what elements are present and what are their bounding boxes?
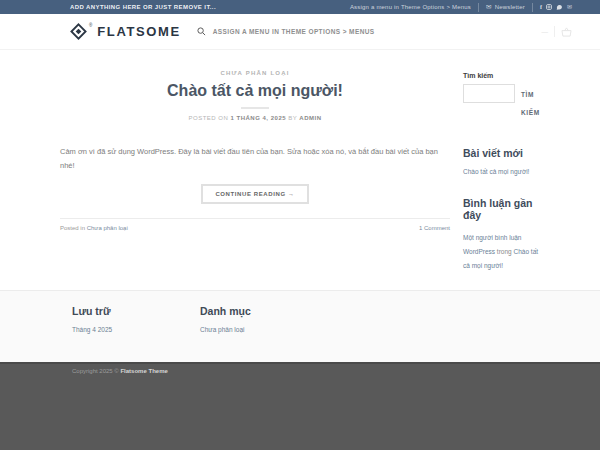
post-article: CHƯA PHÂN LOẠI Chào tất cả mọi người! PO… bbox=[60, 70, 450, 290]
header-nav: ASSIGN A MENU IN THEME OPTIONS > MENUS bbox=[197, 27, 375, 36]
twitter-icon[interactable] bbox=[556, 4, 563, 10]
basket-icon[interactable] bbox=[561, 27, 572, 37]
recent-comment-item: Một người bình luận WordPress trong Chào… bbox=[463, 231, 545, 273]
meta-by: BY bbox=[288, 115, 297, 121]
archives-widget: Lưu trữ Tháng 4 2025 bbox=[72, 305, 200, 362]
recent-posts-heading: Bài viết mới bbox=[463, 147, 545, 159]
comment-connector: trong bbox=[497, 248, 512, 255]
header-divider bbox=[554, 26, 555, 37]
facebook-icon[interactable]: f bbox=[540, 4, 542, 10]
search-submit-button[interactable]: TÌM KIẾM bbox=[521, 86, 545, 121]
post-meta: POSTED ON 1 THÁNG 4, 2025 BY ADMIN bbox=[60, 115, 450, 121]
recent-post-link[interactable]: Chào tất cả mọi người! bbox=[463, 167, 545, 177]
social-icons: f ✉ bbox=[540, 4, 572, 10]
topbar: ADD ANYTHING HERE OR JUST REMOVE IT... A… bbox=[0, 0, 600, 14]
meta-posted-on: POSTED ON bbox=[189, 115, 229, 121]
post-category-link[interactable]: CHƯA PHÂN LOẠI bbox=[60, 70, 450, 76]
absolute-footer: Copyright 2025 © Flatsome Theme bbox=[0, 362, 600, 450]
topbar-right: Assign a menu in Theme Options > Menus ✉… bbox=[350, 3, 572, 12]
cart-total: — bbox=[542, 28, 549, 35]
posted-in-category-link[interactable]: Chưa phân loại bbox=[87, 225, 128, 231]
envelope-icon: ✉ bbox=[486, 4, 492, 11]
posted-in-label: Posted in bbox=[60, 225, 85, 231]
title-divider bbox=[241, 107, 269, 109]
recent-comments-heading: Bình luận gần đây bbox=[463, 197, 545, 221]
copyright: Copyright 2025 © Flatsome Theme bbox=[72, 368, 545, 374]
posted-in: Posted in Chưa phân loại bbox=[60, 225, 128, 231]
search-form: TÌM KIẾM bbox=[463, 84, 545, 121]
newsletter-link[interactable]: ✉Newsletter bbox=[486, 4, 525, 11]
search-widget-label: Tìm kiếm bbox=[463, 72, 545, 79]
nav-menu-hint-link[interactable]: ASSIGN A MENU IN THEME OPTIONS > MENUS bbox=[213, 28, 375, 35]
footer-widgets: Lưu trữ Tháng 4 2025 Danh mục Chưa phân … bbox=[0, 290, 600, 362]
topbar-divider bbox=[478, 3, 479, 12]
sidebar: Tìm kiếm TÌM KIẾM Bài viết mới Chào tất … bbox=[463, 70, 545, 290]
page: ADD ANYTHING HERE OR JUST REMOVE IT... A… bbox=[0, 0, 600, 450]
copyright-brand: Flatsome Theme bbox=[120, 368, 167, 374]
instagram-icon[interactable] bbox=[546, 4, 552, 10]
email-icon[interactable]: ✉ bbox=[567, 4, 572, 10]
search-icon[interactable] bbox=[197, 27, 206, 36]
meta-author[interactable]: ADMIN bbox=[299, 115, 321, 121]
meta-date: 1 THÁNG 4, 2025 bbox=[231, 115, 287, 121]
newsletter-label: Newsletter bbox=[495, 4, 525, 10]
topbar-divider bbox=[532, 3, 533, 12]
category-link[interactable]: Chưa phân loại bbox=[200, 326, 328, 333]
logo[interactable]: ® FLATSOME bbox=[70, 23, 181, 41]
post-title[interactable]: Chào tất cả mọi người! bbox=[60, 81, 450, 100]
copyright-prefix: Copyright 2025 © bbox=[72, 368, 119, 374]
comments-link[interactable]: 1 Comment bbox=[419, 225, 450, 231]
registered-mark: ® bbox=[89, 23, 92, 28]
logo-gem-icon bbox=[70, 23, 87, 40]
logo-text: FLATSOME bbox=[97, 23, 180, 41]
categories-heading: Danh mục bbox=[200, 305, 328, 317]
continue-reading-row: CONTINUE READING → bbox=[60, 182, 450, 204]
archives-heading: Lưu trữ bbox=[72, 305, 200, 317]
topbar-message: ADD ANYTHING HERE OR JUST REMOVE IT... bbox=[70, 4, 350, 10]
main-content: CHƯA PHÂN LOẠI Chào tất cả mọi người! PO… bbox=[0, 50, 600, 290]
continue-reading-button[interactable]: CONTINUE READING → bbox=[201, 184, 308, 204]
cart-area[interactable]: — bbox=[542, 26, 573, 37]
categories-widget: Danh mục Chưa phân loại bbox=[200, 305, 328, 362]
site-header: ® FLATSOME ASSIGN A MENU IN THEME OPTION… bbox=[0, 14, 600, 50]
archive-link[interactable]: Tháng 4 2025 bbox=[72, 326, 200, 333]
post-excerpt: Cảm ơn vì đã sử dụng WordPress. Đây là b… bbox=[60, 145, 450, 172]
search-input[interactable] bbox=[463, 84, 515, 103]
topbar-menu-hint-link[interactable]: Assign a menu in Theme Options > Menus bbox=[350, 4, 471, 10]
post-footer: Posted in Chưa phân loại 1 Comment bbox=[60, 218, 450, 231]
